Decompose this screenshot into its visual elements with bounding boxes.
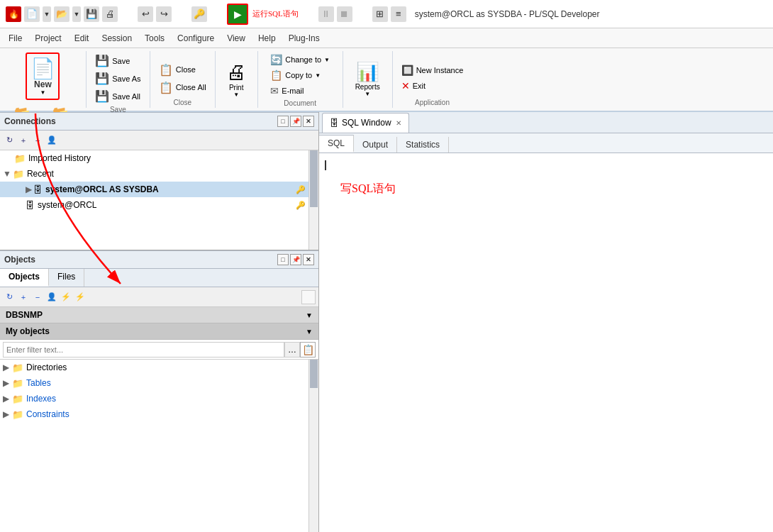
pause-icon[interactable]: ⏸ — [318, 6, 334, 22]
objects-refresh-btn[interactable]: ↻ — [3, 291, 16, 304]
close-all-button[interactable]: 📋 Close All — [156, 79, 209, 96]
sql-editor[interactable]: 写SQL语句 — [319, 153, 773, 532]
new-instance-button[interactable]: 🔲 New Instance — [399, 63, 467, 77]
print-button[interactable]: 🖨 Print ▼ — [223, 58, 250, 100]
filter-new-btn[interactable]: 📋 — [300, 342, 316, 358]
connections-scroll-thumb[interactable] — [310, 150, 318, 207]
new-dropdown-icon[interactable]: ▼ — [43, 6, 51, 22]
close-button[interactable]: 📋 Close — [156, 62, 199, 78]
exit-button[interactable]: ✕ Exit — [399, 79, 428, 93]
redo-icon[interactable]: ↪ — [156, 6, 172, 22]
exit-label: Exit — [413, 82, 426, 90]
change-to-button[interactable]: 🔄 Change to ▼ — [267, 52, 333, 67]
menu-view[interactable]: View — [221, 31, 251, 46]
ribbon-group-reports: 📊 Reports ▼ — [343, 51, 393, 108]
objects-scrollbar[interactable] — [308, 360, 318, 532]
objects-add-btn[interactable]: + — [17, 291, 30, 304]
menu-project[interactable]: Project — [29, 31, 67, 46]
connections-add-btn[interactable]: + — [17, 134, 30, 147]
tree-item-imported-history[interactable]: 📁 Imported History — [0, 150, 318, 166]
folder-icon-directories: 📁 — [12, 362, 23, 373]
menu-session[interactable]: Session — [96, 31, 138, 46]
dropdown-dbsnmp[interactable]: DBSNMP ▼ — [0, 307, 318, 323]
tab-objects[interactable]: Objects — [0, 269, 49, 287]
menu-help[interactable]: Help — [252, 31, 282, 46]
objects-toolbar: ↻ + − 👤 ⚡ ⚡ — [0, 287, 318, 307]
connections-close-btn[interactable]: ✕ — [303, 116, 314, 127]
indexes-label: Indexes — [26, 394, 56, 404]
menu-edit[interactable]: Edit — [69, 31, 95, 46]
tab-files[interactable]: Files — [49, 269, 84, 287]
reports-icon: 📊 — [356, 61, 379, 83]
objects-minimize-btn[interactable]: □ — [277, 254, 289, 265]
open-dropdown-icon[interactable]: ▼ — [72, 6, 81, 22]
tab-sql[interactable]: SQL — [319, 135, 354, 153]
reports-button[interactable]: 📊 Reports ▼ — [352, 59, 384, 99]
objects-pin-btn[interactable]: 📌 — [290, 254, 301, 265]
new-icon: 📄 — [31, 57, 54, 79]
save-button[interactable]: 💾 Save — [92, 52, 133, 69]
filter-dots-btn[interactable]: … — [284, 342, 300, 358]
connections-filter-btn[interactable]: 👤 — [45, 134, 58, 147]
save-all-icon: 💾 — [95, 89, 109, 103]
ribbon-group-application: 🔲 New Instance ✕ Exit Application — [393, 51, 472, 108]
new-quickaccess-icon[interactable]: 📄 — [24, 6, 40, 22]
undo-icon[interactable]: ↩ — [138, 6, 153, 22]
cols-icon[interactable]: ⊞ — [372, 6, 388, 22]
print-quickaccess-icon[interactable]: 🖨 — [102, 6, 118, 22]
save-quickaccess-icon[interactable]: 💾 — [84, 6, 99, 22]
objects-person-btn[interactable]: 👤 — [45, 291, 58, 304]
copy-to-button[interactable]: 📋 Copy to ▼ — [267, 68, 323, 82]
tables-label: Tables — [26, 378, 51, 388]
menu-tools[interactable]: Tools — [139, 31, 170, 46]
tree-item-recent[interactable]: ▼ 📁 Recent — [0, 166, 318, 182]
objects-filter2-btn[interactable]: ⚡ — [74, 291, 87, 304]
objects-scroll-thumb[interactable] — [310, 360, 318, 388]
objects-filter1-btn[interactable]: ⚡ — [60, 291, 72, 304]
sql-tab-close[interactable]: ✕ — [396, 119, 401, 127]
email-button[interactable]: ✉ E-mail — [267, 84, 306, 98]
app-icon: 🔥 — [6, 6, 21, 22]
dbsnmp-label: DBSNMP — [6, 310, 306, 320]
stop-icon[interactable]: ⏹ — [337, 6, 352, 22]
objects-close-btn[interactable]: ✕ — [303, 254, 314, 265]
connections-pin-btn[interactable]: 📌 — [290, 116, 301, 127]
objects-minus-btn[interactable]: − — [31, 291, 44, 304]
reports-label: Reports — [355, 83, 380, 91]
save-all-button[interactable]: 💾 Save All — [92, 88, 143, 104]
run-button[interactable]: ▶ — [227, 4, 248, 25]
tree-item-tables[interactable]: ▶ 📁 Tables — [0, 375, 318, 391]
ribbon-group-document: 🔄 Change to ▼ 📋 Copy to ▼ ✉ E-mail Docum… — [258, 51, 343, 108]
open-quickaccess-icon[interactable]: 📂 — [54, 6, 69, 22]
save-as-button[interactable]: 💾 Save As — [92, 70, 143, 87]
connections-scrollbar[interactable] — [308, 150, 318, 250]
new-button[interactable]: 📄 New ▼ — [26, 52, 60, 100]
tree-item-system-orcl[interactable]: 🗄 system@ORCL 🔑 — [0, 197, 318, 213]
connections-minimize-btn[interactable]: □ — [277, 116, 289, 127]
more-icon[interactable]: ≡ — [391, 6, 406, 22]
menu-file[interactable]: File — [3, 31, 28, 46]
connections-refresh-btn[interactable]: ↻ — [3, 134, 16, 147]
tab-statistics[interactable]: Statistics — [397, 137, 449, 153]
sysdba-label: system@ORCL AS SYSDBA — [45, 184, 159, 194]
dropdown-myobjects[interactable]: My objects ▼ — [0, 323, 318, 340]
menu-plugins[interactable]: Plug-Ins — [283, 31, 326, 46]
menu-configure[interactable]: Configure — [172, 31, 220, 46]
imported-history-label: Imported History — [28, 153, 91, 163]
tree-item-sysdba[interactable]: ▶ 🗄 system@ORCL AS SYSDBA 🔑 — [0, 182, 318, 197]
folder-icon-recent: 📁 — [13, 169, 24, 179]
sql-window-tab[interactable]: 🗄 SQL Window ✕ — [322, 113, 409, 133]
tree-item-constraints[interactable]: ▶ 📁 Constraints — [0, 406, 318, 422]
key-icon-orcl: 🔑 — [296, 201, 306, 210]
close-label: Close — [176, 65, 196, 74]
filter-input[interactable] — [3, 342, 284, 358]
tree-item-directories[interactable]: ▶ 📁 Directories — [0, 360, 318, 375]
tab-output[interactable]: Output — [354, 137, 397, 153]
tree-item-indexes[interactable]: ▶ 📁 Indexes — [0, 391, 318, 406]
objects-view-btn[interactable] — [301, 290, 316, 304]
save-as-icon: 💾 — [95, 72, 109, 85]
close-all-icon: 📋 — [159, 81, 173, 94]
key-icon[interactable]: 🔑 — [191, 6, 207, 22]
connections-minus-btn[interactable]: − — [31, 134, 44, 147]
key-icon-sysdba: 🔑 — [296, 185, 306, 194]
